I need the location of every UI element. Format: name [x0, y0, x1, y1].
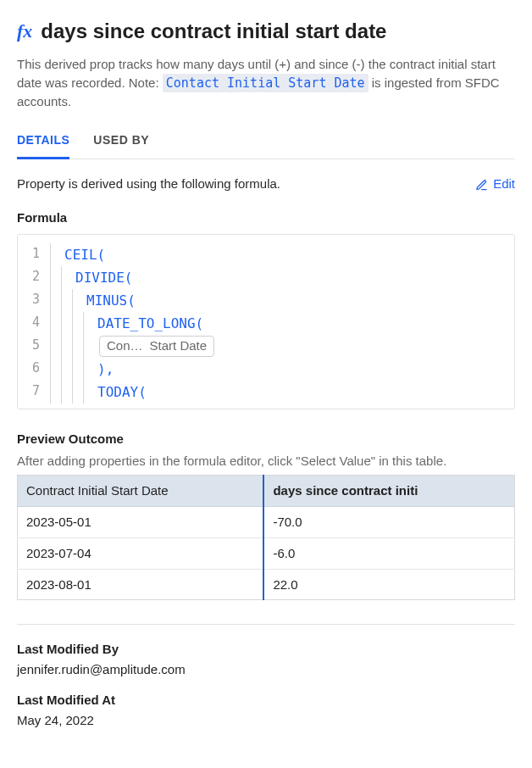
divider	[17, 624, 515, 625]
line-number: 2	[28, 268, 40, 287]
line-number: 5	[28, 337, 40, 355]
preview-heading: Preview Outcome	[17, 430, 515, 448]
token-ceil: CEIL	[64, 247, 97, 263]
col-header-output[interactable]: days since contract initi	[263, 476, 514, 507]
tabs: DETAILS USED BY	[17, 125, 515, 159]
line-number: 6	[28, 359, 40, 378]
field-chip-right: Start Date	[150, 337, 208, 355]
field-chip[interactable]: Con… Start Date	[99, 336, 214, 357]
cell-input: 2023-07-04	[18, 537, 264, 569]
pencil-icon	[475, 178, 488, 191]
token-close: ),	[97, 359, 114, 379]
line-number: 4	[28, 314, 40, 332]
token-divide: DIVIDE	[75, 270, 125, 286]
meta-label: Last Modified At	[17, 691, 515, 710]
formula-helper-text: Property is derived using the following …	[17, 175, 280, 193]
title-row: fx days since contract initial start dat…	[17, 17, 515, 47]
page-title: days since contract initial start date	[41, 17, 386, 47]
cell-input: 2023-08-01	[18, 569, 264, 600]
cell-output: -6.0	[263, 537, 514, 569]
meta-value: May 24, 2022	[17, 711, 515, 730]
line-number: 3	[28, 291, 40, 309]
last-modified-at: Last Modified At May 24, 2022	[17, 691, 515, 730]
caption: Sneak preview on how to build and previe…	[0, 741, 532, 768]
cell-output: 22.0	[263, 569, 514, 600]
last-modified-by: Last Modified By jennifer.rudin@amplitud…	[17, 640, 515, 679]
edit-label: Edit	[493, 175, 515, 193]
formula-heading: Formula	[17, 209, 515, 227]
fx-icon: fx	[17, 22, 32, 41]
details-panel: Property is derived using the following …	[0, 159, 532, 729]
line-number: 7	[28, 382, 40, 401]
tab-used-by[interactable]: USED BY	[93, 125, 149, 159]
table-row: 2023-07-04 -6.0	[18, 537, 515, 569]
preview-table: Contract Initial Start Date days since c…	[17, 475, 515, 600]
token-date-to-long: DATE_TO_LONG	[97, 315, 196, 331]
edit-button[interactable]: Edit	[475, 175, 515, 193]
cell-input: 2023-05-01	[18, 507, 264, 538]
field-chip-left: Con…	[107, 337, 143, 355]
line-number: 1	[28, 245, 40, 264]
description: This derived prop tracks how many days u…	[17, 55, 515, 111]
token-today: TODAY	[97, 384, 138, 400]
table-row: 2023-08-01 22.0	[18, 569, 515, 600]
tab-details[interactable]: DETAILS	[17, 125, 69, 159]
code-chip: Contact Initial Start Date	[163, 74, 369, 92]
meta-value: jennifer.rudin@amplitude.com	[17, 660, 515, 679]
meta-label: Last Modified By	[17, 640, 515, 659]
token-minus: MINUS	[86, 292, 127, 309]
preview-hint: After adding properties in the formula e…	[17, 452, 515, 470]
formula-editor[interactable]: 1 CEIL( 2 DIVIDE( 3 MINUS( 4 DATE_TO_LON…	[17, 234, 515, 409]
cell-output: -70.0	[263, 507, 514, 538]
col-header-input[interactable]: Contract Initial Start Date	[18, 476, 264, 507]
table-row: 2023-05-01 -70.0	[18, 507, 515, 538]
